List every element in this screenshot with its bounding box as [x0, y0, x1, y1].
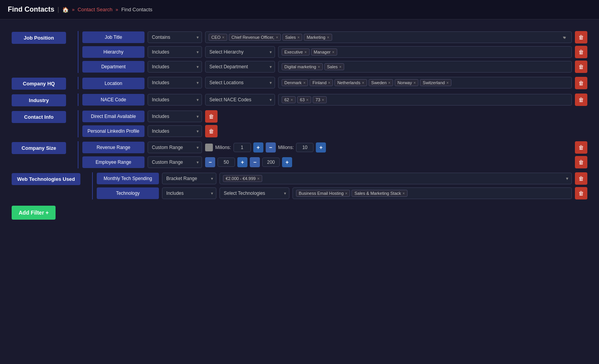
tags-department[interactable]: Digital marketing × Sales × — [278, 61, 572, 73]
filter-group-contact-info: Contact Info Direct Email Available Incl… — [12, 110, 587, 137]
operator-location[interactable]: Includes Excludes — [148, 77, 202, 88]
sub-label-nace: NACE Code — [82, 94, 145, 106]
operator-select-department[interactable]: Includes Excludes — [148, 61, 202, 73]
operator-select-nace[interactable]: Includes Excludes — [148, 94, 202, 106]
operator-revenue[interactable]: Custom Range Bracket Range — [148, 142, 202, 153]
operator-linkedin[interactable]: Includes Excludes — [148, 125, 202, 137]
range-max-minus-employee[interactable]: − — [250, 157, 260, 167]
tags-dropdown-arrow[interactable]: ▾ — [561, 35, 568, 40]
tags-nace[interactable]: 62 × 63 × 73 × — [278, 94, 572, 106]
operator-select-direct-email[interactable]: Includes Excludes — [148, 111, 202, 122]
select-department-wrapper[interactable]: Select Department — [205, 61, 275, 73]
select-nace-wrapper[interactable]: Select NACE Codes — [205, 94, 275, 106]
filter-row-nace: NACE Code Includes Excludes Select NACE … — [82, 94, 587, 106]
filter-group-web-tech: Web Technologies Used Monthly Tech Spend… — [12, 172, 587, 199]
range-min-plus-employee[interactable]: + — [237, 157, 247, 167]
select-hierarchy-wrapper[interactable]: Select Hierarchy — [205, 46, 275, 58]
delete-location[interactable]: 🗑 — [575, 77, 587, 89]
range-max-input-revenue[interactable] — [296, 143, 313, 152]
filter-row-technology: Technology Includes Excludes Select Tech… — [97, 187, 587, 199]
sub-label-linkedin: Personal LinkedIn Profile — [82, 125, 145, 137]
delete-job-title[interactable]: 🗑 — [575, 31, 587, 43]
operator-select-linkedin[interactable]: Includes Excludes — [148, 125, 202, 137]
operator-select-revenue[interactable]: Custom Range Bracket Range — [148, 142, 202, 153]
add-filter-button[interactable]: Add Filter + — [12, 206, 56, 220]
tags-hierarchy[interactable]: Executive × Manager × — [278, 46, 572, 58]
tag-digital-marketing: Digital marketing × — [282, 63, 323, 70]
tag-sales-marketing-stack: Sales & Marketing Stack × — [352, 190, 407, 197]
delete-hierarchy[interactable]: 🗑 — [575, 46, 587, 58]
tag-62: 62 × — [282, 96, 296, 103]
tags-location[interactable]: Denmark × Finland × Netherlands × Sweden… — [278, 77, 572, 88]
operator-job-title[interactable]: Contains Excludes Is Is Not — [148, 31, 202, 43]
operator-direct-email[interactable]: Includes Excludes — [148, 111, 202, 122]
delete-nace[interactable]: 🗑 — [575, 94, 587, 106]
sub-label-department: Department — [82, 61, 145, 73]
sub-label-employee: Employee Range — [82, 156, 145, 168]
range-min-plus-revenue[interactable]: + — [253, 142, 263, 153]
select-hierarchy[interactable]: Select Hierarchy — [205, 46, 275, 58]
range-min-minus-employee[interactable]: − — [205, 157, 215, 167]
bracket-dropdown-arrow[interactable]: ▾ — [566, 176, 568, 181]
operator-technology[interactable]: Includes Excludes — [162, 187, 216, 199]
select-technology-wrapper[interactable]: Select Technologies — [219, 187, 289, 199]
tag-manager: Manager × — [311, 49, 337, 55]
delete-linkedin[interactable]: 🗑 — [205, 125, 218, 137]
breadcrumb-arrow-2: » — [115, 7, 118, 12]
range-max-plus-revenue[interactable]: + — [316, 142, 326, 153]
tag-denmark: Denmark × — [282, 79, 308, 86]
operator-select-technology[interactable]: Includes Excludes — [162, 187, 216, 199]
operator-select-location[interactable]: Includes Excludes — [148, 77, 202, 88]
filter-row-direct-email: Direct Email Available Includes Excludes… — [82, 110, 587, 123]
filter-group-company-size: Company Size Revenue Range Custom Range … — [12, 141, 587, 168]
filter-row-hierarchy: Hierarchy Includes Excludes Select Hiera… — [82, 46, 587, 58]
range-max-input-employee[interactable] — [262, 158, 280, 167]
range-checkbox-revenue[interactable] — [205, 144, 213, 151]
breadcrumb-home[interactable]: 🏠 — [62, 7, 69, 13]
operator-select-job-title[interactable]: Contains Excludes Is Is Not — [148, 31, 202, 43]
delete-department[interactable]: 🗑 — [575, 61, 587, 73]
category-industry: Industry — [12, 94, 66, 106]
select-nace[interactable]: Select NACE Codes — [205, 94, 275, 106]
delete-employee[interactable]: 🗑 — [575, 156, 587, 168]
filter-group-company-hq: Company HQ Location Includes Excludes Se… — [12, 77, 587, 90]
select-location[interactable]: Select Locations — [205, 77, 275, 88]
operator-employee[interactable]: Custom Range Bracket Range — [148, 156, 202, 168]
operator-select-hierarchy[interactable]: Includes Excludes — [148, 46, 202, 58]
tag-cro: Chief Revenue Officer, × — [229, 34, 281, 41]
select-technology[interactable]: Select Technologies — [219, 187, 289, 199]
breadcrumb-contact-search[interactable]: Contact Search — [78, 7, 113, 12]
delete-tech-spending[interactable]: 🗑 — [575, 172, 587, 185]
sub-label-technology: Technology — [97, 187, 159, 199]
sub-section-company-hq: Location Includes Excludes Select Locati… — [78, 77, 587, 89]
filter-row-department: Department Includes Excludes Select Depa… — [82, 61, 587, 73]
sub-section-web-tech: Monthly Tech Spending Bracket Range Cust… — [92, 172, 587, 199]
select-location-wrapper[interactable]: Select Locations — [205, 77, 275, 88]
range-min-minus-revenue[interactable]: − — [266, 142, 276, 153]
tag-switzerland: Switzerland × — [420, 79, 451, 86]
delete-revenue[interactable]: 🗑 — [575, 141, 587, 154]
select-department[interactable]: Select Department — [205, 61, 275, 73]
range-min-input-employee[interactable] — [218, 158, 235, 167]
tag-business-email: Business Email Hosting × — [296, 190, 350, 197]
sub-section-company-size: Revenue Range Custom Range Bracket Range… — [78, 141, 587, 168]
operator-tech-spending[interactable]: Bracket Range Custom Range — [162, 173, 216, 184]
tag-marketing: Marketing × — [304, 34, 332, 41]
range-max-plus-employee[interactable]: + — [282, 157, 292, 167]
category-job-position: Job Position — [12, 32, 66, 44]
tag-ceo: CEO × — [209, 34, 227, 41]
sub-label-location: Location — [82, 78, 145, 89]
tags-technology[interactable]: Business Email Hosting × Sales & Marketi… — [293, 187, 572, 199]
sub-section-industry: NACE Code Includes Excludes Select NACE … — [78, 94, 587, 106]
tags-job-title[interactable]: CEO × Chief Revenue Officer, × Sales × M… — [205, 31, 572, 43]
operator-select-tech-spending[interactable]: Bracket Range Custom Range — [162, 173, 216, 184]
operator-select-employee[interactable]: Custom Range Bracket Range — [148, 156, 202, 168]
delete-technology[interactable]: 🗑 — [575, 187, 587, 199]
range-min-input-revenue[interactable] — [233, 143, 251, 152]
operator-department[interactable]: Includes Excludes — [148, 61, 202, 73]
operator-nace[interactable]: Includes Excludes — [148, 94, 202, 106]
delete-direct-email[interactable]: 🗑 — [205, 110, 218, 123]
sub-label-hierarchy: Hierarchy — [82, 46, 145, 58]
operator-hierarchy[interactable]: Includes Excludes — [148, 46, 202, 58]
tags-tech-spending[interactable]: €2.000 - €4.999 × ▾ — [219, 173, 572, 184]
